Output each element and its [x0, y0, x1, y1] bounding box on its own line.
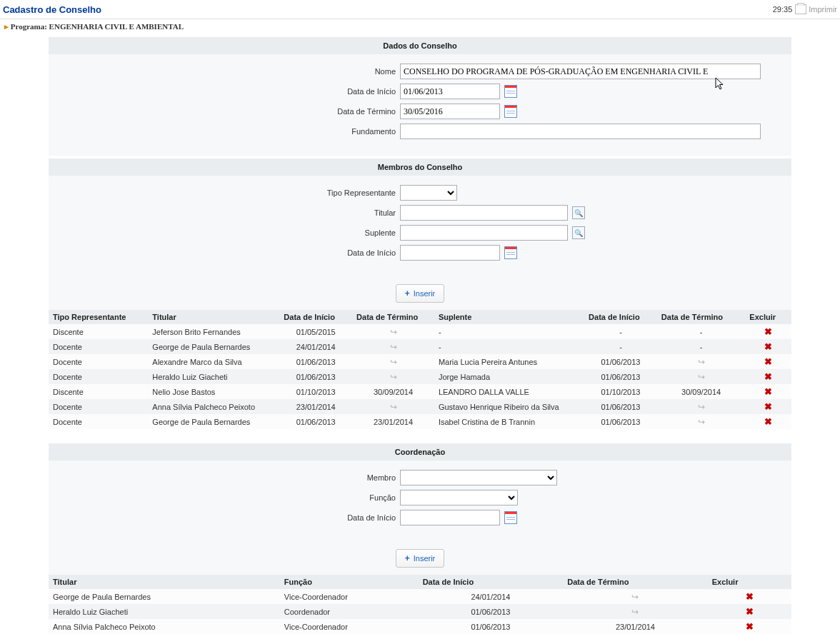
- data-inicio-input[interactable]: [400, 84, 500, 99]
- calendar-icon[interactable]: [504, 511, 517, 524]
- arrow-icon: ↪: [390, 327, 397, 337]
- titular-input[interactable]: [400, 205, 568, 221]
- inserir-coord-button[interactable]: + Inserir: [396, 549, 445, 568]
- delete-icon[interactable]: ✖: [746, 591, 754, 602]
- cell: Jeferson Brito Fernandes: [148, 324, 279, 339]
- lookup-icon[interactable]: 🔍: [572, 226, 585, 239]
- column-header: Tipo Representante: [49, 310, 148, 324]
- table-row: DiscenteNelio Jose Bastos01/10/201330/09…: [49, 384, 791, 399]
- column-header: Data de Término: [563, 575, 708, 589]
- coord-data-inicio-input[interactable]: [400, 510, 500, 525]
- calendar-icon[interactable]: [504, 85, 517, 98]
- delete-icon[interactable]: ✖: [764, 341, 772, 352]
- cell: Docente: [49, 399, 148, 414]
- column-header: Função: [280, 575, 419, 589]
- nome-input[interactable]: [400, 64, 761, 79]
- delete-icon[interactable]: ✖: [764, 371, 772, 382]
- cell: Discente: [49, 384, 148, 399]
- membros-data-inicio-label: Data de Início: [49, 248, 400, 257]
- suplente-label: Suplente: [49, 228, 400, 237]
- cell: ✖: [745, 414, 791, 429]
- cell: 01/06/2013: [279, 354, 352, 369]
- cell: 01/06/2013: [419, 604, 564, 619]
- cell: ✖: [745, 384, 791, 399]
- cell: 23/01/2014: [279, 399, 352, 414]
- delete-icon[interactable]: ✖: [746, 621, 754, 632]
- cell: ↪: [657, 354, 746, 369]
- cell: -: [584, 339, 657, 354]
- print-button[interactable]: Imprimir: [795, 4, 837, 14]
- cell: -: [434, 339, 584, 354]
- cell: Heraldo Luiz Giacheti: [148, 369, 279, 384]
- cell: Docente: [49, 369, 148, 384]
- table-row: DocenteHeraldo Luiz Giacheti01/06/2013↪J…: [49, 369, 791, 384]
- cell: ↪: [657, 369, 746, 384]
- table-row: DocenteAlexandre Marco da Silva01/06/201…: [49, 354, 791, 369]
- delete-icon[interactable]: ✖: [764, 401, 772, 412]
- programa-label: Programa: ENGENHARIA CIVIL E AMBIENTAL: [11, 22, 184, 31]
- data-termino-input[interactable]: [400, 104, 500, 119]
- data-termino-label: Data de Término: [49, 107, 400, 116]
- table-row: DocenteGeorge de Paula Bernardes24/01/20…: [49, 339, 791, 354]
- membro-select[interactable]: [400, 470, 557, 485]
- cell: George de Paula Bernardes: [49, 589, 280, 604]
- cell: 01/06/2013: [584, 354, 657, 369]
- delete-icon[interactable]: ✖: [764, 326, 772, 337]
- cell: 01/06/2013: [279, 414, 352, 429]
- table-row: DocenteAnna Sílvia Palcheco Peixoto23/01…: [49, 399, 791, 414]
- cell: 01/10/2013: [279, 384, 352, 399]
- dados-header: Dados do Conselho: [49, 37, 791, 54]
- tipo-select[interactable]: [400, 185, 457, 201]
- titular-label: Titular: [49, 208, 400, 217]
- membros-table: Tipo RepresentanteTitularData de InícioD…: [49, 310, 791, 429]
- suplente-input[interactable]: [400, 225, 568, 241]
- cell: 30/09/2014: [657, 384, 746, 399]
- funcao-label: Função: [49, 493, 400, 502]
- fundamento-input[interactable]: [400, 124, 761, 139]
- cell: Docente: [49, 354, 148, 369]
- cell: 24/01/2014: [279, 339, 352, 354]
- cell: Maria Lucia Pereira Antunes: [434, 354, 584, 369]
- table-row: DiscenteJeferson Brito Fernandes01/05/20…: [49, 324, 791, 339]
- printer-icon: [795, 4, 806, 14]
- coord-data-inicio-label: Data de Início: [49, 513, 400, 522]
- funcao-select[interactable]: [400, 490, 518, 505]
- arrow-icon: ↪: [698, 417, 705, 427]
- tipo-label: Tipo Representante: [49, 188, 400, 197]
- cell: Vice-Coordenador: [280, 619, 419, 634]
- column-header: Excluir: [745, 310, 791, 324]
- print-label: Imprimir: [809, 5, 837, 14]
- cell: 01/06/2013: [584, 369, 657, 384]
- inserir-membro-button[interactable]: + Inserir: [396, 284, 445, 303]
- delete-icon[interactable]: ✖: [746, 606, 754, 617]
- plus-icon: +: [405, 288, 410, 298]
- calendar-icon[interactable]: [504, 105, 517, 118]
- column-header: Titular: [49, 575, 280, 589]
- cell: 01/06/2013: [584, 399, 657, 414]
- delete-icon[interactable]: ✖: [764, 416, 772, 427]
- marker-icon: ▸: [4, 22, 9, 31]
- delete-icon[interactable]: ✖: [764, 356, 772, 367]
- cell: Heraldo Luiz Giacheti: [49, 604, 280, 619]
- membros-data-inicio-input[interactable]: [400, 245, 500, 261]
- cell: -: [434, 324, 584, 339]
- arrow-icon: ↪: [390, 357, 397, 367]
- cell: ↪: [352, 369, 434, 384]
- cell: 24/01/2014: [419, 589, 564, 604]
- cell: ✖: [708, 619, 791, 634]
- cell: 01/10/2013: [584, 384, 657, 399]
- delete-icon[interactable]: ✖: [764, 386, 772, 397]
- arrow-icon: ↪: [390, 372, 397, 382]
- lookup-icon[interactable]: 🔍: [572, 206, 585, 219]
- arrow-icon: ↪: [631, 592, 639, 602]
- cell: Docente: [49, 414, 148, 429]
- cell: George de Paula Bernardes: [148, 414, 279, 429]
- calendar-icon[interactable]: [504, 246, 517, 259]
- cell: 01/06/2013: [419, 619, 564, 634]
- cell: -: [657, 339, 746, 354]
- data-inicio-label: Data de Início: [49, 87, 400, 96]
- cell: 30/09/2014: [352, 384, 434, 399]
- cell: ✖: [745, 369, 791, 384]
- column-header: Data de Término: [352, 310, 434, 324]
- cell: 23/01/2014: [352, 414, 434, 429]
